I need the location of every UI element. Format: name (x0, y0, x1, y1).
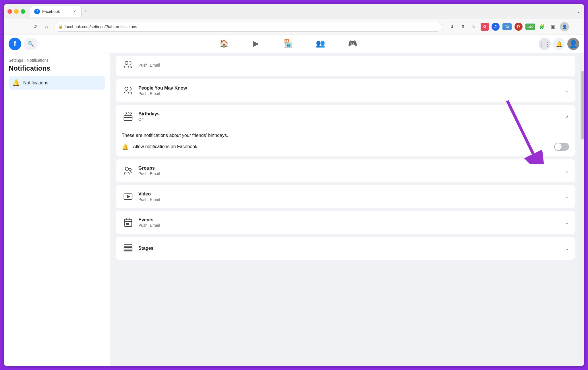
grammarly-extension[interactable]: G (481, 23, 489, 31)
home-button[interactable]: ⌂ (42, 23, 51, 31)
scrollbar-track[interactable] (581, 53, 584, 366)
video-section: Video Push, Email ⌄ (116, 185, 575, 208)
sidebar-item-notifications[interactable]: 🔔 Notifications (9, 76, 105, 90)
j-extension[interactable]: J (492, 23, 500, 31)
birthday-icon (122, 110, 134, 123)
browser-menu-button[interactable]: ⋮ (572, 23, 580, 31)
breadcrumb-separator: › (24, 58, 27, 63)
facebook-nav: f 🔍 🏠 ▶ 🏪 👥 🎮 ⋮⋮ (4, 34, 584, 53)
refresh-button[interactable]: ↺ (31, 23, 39, 31)
birthdays-chevron-icon: ∧ (566, 114, 569, 119)
menu-grid-icon: ⋮⋮ (539, 40, 550, 47)
sidebar-title: Notifications (9, 64, 105, 72)
nav-gaming[interactable]: 🎮 (337, 36, 368, 52)
nav-video[interactable]: ▶ (241, 36, 272, 52)
clock-extension[interactable]: 1:00 (525, 24, 535, 30)
back-icon: ← (10, 24, 14, 29)
close-traffic-light[interactable] (7, 9, 12, 14)
nav-profile-button[interactable]: 👤 (567, 38, 579, 50)
video-item[interactable]: Video Push, Email ⌄ (116, 185, 575, 208)
events-icon (122, 216, 134, 229)
events-title: Events (138, 217, 565, 222)
svg-rect-4 (124, 116, 132, 121)
minimize-traffic-light[interactable] (14, 9, 19, 14)
breadcrumb-settings-link[interactable]: Settings (9, 58, 23, 63)
breadcrumb-notifications: Notifications (27, 58, 49, 63)
traffic-lights (7, 9, 25, 14)
bookmark-icon[interactable]: ☆ (470, 23, 478, 31)
facebook-search-button[interactable]: 🔍 (24, 38, 38, 50)
url-text: facebook.com/settings/?tab=notifications (65, 24, 137, 29)
svg-rect-10 (126, 223, 127, 224)
nav-marketplace[interactable]: 🏪 (273, 36, 304, 52)
toggle-bell-icon: 🔔 (122, 143, 129, 150)
video-subtitle: Push, Email (138, 197, 565, 202)
lock-icon: 🔒 (58, 24, 63, 29)
title-bar-more[interactable]: ⌄ (577, 9, 581, 14)
people-chevron-icon: ⌄ (565, 88, 569, 94)
svg-rect-13 (124, 247, 132, 249)
nav-groups[interactable]: 👥 (305, 36, 336, 52)
stages-item[interactable]: Stages ⌄ (116, 237, 575, 260)
svg-point-5 (125, 167, 128, 170)
svg-rect-9 (124, 219, 132, 227)
toggle-knob (555, 143, 562, 150)
groups-item[interactable]: Groups Push, Email ⌄ (116, 159, 575, 182)
facebook-logo[interactable]: f (9, 38, 21, 50)
download-icon[interactable]: ⬇ (448, 23, 456, 31)
allow-notifications-toggle[interactable] (554, 143, 569, 151)
birthdays-section: Birthdays Off ∧ These are notifications … (116, 105, 575, 156)
nav-menu-button[interactable]: ⋮⋮ (539, 38, 551, 50)
bell-nav-icon: 🔔 (556, 40, 563, 47)
cropped-item-icon (122, 59, 134, 71)
share-icon[interactable]: ⬆ (459, 23, 467, 31)
home-nav-icon: 🏠 (219, 39, 229, 48)
facebook-logo-text: f (14, 39, 16, 48)
people-icon (122, 84, 134, 97)
people-you-may-know-item[interactable]: People You May Know Push, Email ⌄ (116, 79, 575, 102)
tab-title: Facebook (42, 9, 60, 14)
url-bar[interactable]: 🔒 facebook.com/settings/?tab=notificatio… (54, 22, 442, 32)
groups-icon (122, 164, 134, 177)
sidebar-button[interactable]: ▣ (549, 23, 557, 31)
events-item[interactable]: Events Push, Email ⌄ (116, 211, 575, 234)
top-cropped-section: Push, Email (116, 56, 575, 76)
home-icon: ⌂ (45, 24, 48, 29)
back-button[interactable]: ← (8, 23, 16, 31)
profile-nav-icon: 👤 (569, 40, 578, 48)
birthdays-title: Birthdays (138, 111, 566, 117)
browser-profile-avatar[interactable]: 👤 (560, 22, 569, 31)
stages-title: Stages (138, 246, 565, 251)
tab-bar: f Facebook ✕ + (30, 6, 575, 17)
birthdays-subtitle: Off (138, 117, 566, 122)
settings-sidebar: Settings › Notifications Notifications 🔔… (4, 53, 110, 366)
extensions-button[interactable]: 🧩 (538, 23, 546, 31)
svg-rect-12 (124, 245, 132, 246)
birthdays-header[interactable]: Birthdays Off ∧ (116, 105, 575, 128)
people-you-may-know-section: People You May Know Push, Email ⌄ (116, 79, 575, 102)
title-bar: f Facebook ✕ + ⌄ (4, 4, 584, 19)
nav-notifications-button[interactable]: 🔔 (553, 38, 565, 50)
scrollbar-thumb[interactable] (581, 71, 584, 140)
groups-nav-icon: 👥 (316, 39, 325, 48)
video-icon (122, 190, 134, 203)
address-bar: ← → ↺ ⌂ 🔒 facebook.com/settings/?tab=not… (4, 19, 584, 34)
tab-close-button[interactable]: ✕ (72, 9, 77, 14)
birthdays-body: These are notifications about your frien… (116, 128, 575, 156)
new-tab-button[interactable]: + (82, 7, 90, 16)
svg-point-2 (125, 61, 128, 65)
translate-extension[interactable]: T2 (502, 23, 512, 30)
fullscreen-traffic-light[interactable] (21, 9, 25, 14)
video-nav-icon: ▶ (253, 39, 259, 48)
forward-button[interactable]: → (20, 23, 28, 31)
rdh-extension[interactable]: R (514, 23, 523, 31)
stages-section: Stages ⌄ (116, 237, 575, 260)
browser-window: f Facebook ✕ + ⌄ ← → ↺ ⌂ 🔒 facebook.com/… (4, 4, 584, 366)
active-tab[interactable]: f Facebook ✕ (30, 6, 82, 17)
main-layout: Settings › Notifications Notifications 🔔… (4, 53, 584, 366)
nav-home[interactable]: 🏠 (208, 36, 239, 52)
svg-rect-11 (128, 223, 129, 224)
svg-point-6 (129, 168, 131, 171)
refresh-icon: ↺ (33, 24, 37, 29)
events-section: Events Push, Email ⌄ (116, 211, 575, 234)
